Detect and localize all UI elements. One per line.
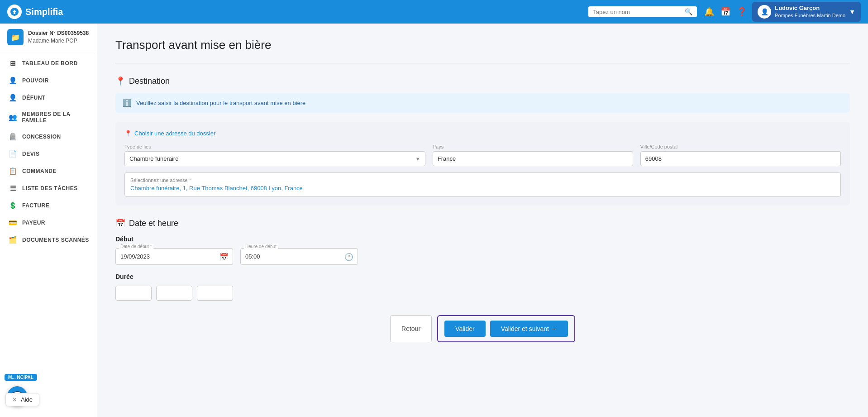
sidebar-item-tableau-de-bord[interactable]: ⊞ TABLEAU DE BORD — [0, 55, 97, 72]
search-box[interactable]: 🔍 — [588, 6, 697, 17]
notification-icon[interactable]: 🔔 — [704, 7, 714, 17]
date-debut-label: Date de début * — [119, 244, 153, 249]
location-form-row: Type de lieu Chambre funéraire ▼ Pays Fr… — [124, 144, 841, 166]
sidebar-item-documents[interactable]: 🗂️ DOCUMENTS SCANNÉS — [0, 231, 97, 249]
app-logo: Simplifia — [7, 5, 588, 19]
sidebar-label: DEVIS — [22, 151, 40, 157]
grave-icon: 🪦 — [9, 133, 18, 141]
address-text: Chambre funéraire, — [130, 185, 183, 192]
destination-header: 📍 Destination — [115, 76, 850, 86]
duree-seconds-input[interactable] — [197, 286, 233, 301]
pays-input[interactable]: France — [433, 151, 633, 166]
search-input[interactable] — [593, 9, 682, 15]
heure-debut-label: Heure de début — [244, 244, 278, 249]
sidebar-label: PAYEUR — [22, 220, 45, 226]
person-outline-icon: 👤 — [9, 94, 18, 102]
sidebar-label: POUVOIR — [22, 77, 49, 84]
sidebar-label: FACTURE — [22, 202, 49, 209]
valider-button[interactable]: Valider — [444, 321, 486, 337]
invoice-icon: 💲 — [9, 201, 18, 210]
calendar-section-icon: 📅 — [115, 218, 125, 228]
logo-icon — [7, 5, 22, 19]
sidebar-item-payeur[interactable]: 💳 PAYEUR — [0, 214, 97, 231]
valider-suivant-button[interactable]: Valider et suivant → — [490, 321, 568, 337]
person-icon: 👤 — [9, 77, 18, 85]
ville-value: 69008 — [645, 155, 662, 162]
calendar-input-icon: 📅 — [219, 252, 229, 261]
address-full-value: Chambre funéraire, 1, Rue Thomas Blanche… — [130, 185, 835, 192]
type-de-lieu-group: Type de lieu Chambre funéraire ▼ — [124, 144, 425, 166]
dossier-name: Madame Marie POP — [28, 37, 89, 45]
date-row: Date de début * 📅 Heure de début 🕐 — [115, 248, 850, 265]
dossier-header: 📁 Dossier N° DS00359538 Madame Marie POP — [0, 24, 97, 51]
dossier-number: Dossier N° DS00359538 — [28, 29, 89, 37]
pays-value: France — [438, 155, 456, 162]
app-name: Simplifia — [25, 7, 63, 17]
destination-section: 📍 Destination ℹ️ Veuillez saisir la dest… — [115, 76, 850, 206]
chevron-icon: ▼ — [415, 156, 420, 162]
info-icon: ℹ️ — [123, 99, 132, 107]
sidebar-nav: ⊞ TABLEAU DE BORD 👤 POUVOIR 👤 DÉFUNT 👥 M… — [0, 51, 97, 417]
retour-button[interactable]: Retour — [390, 315, 432, 342]
sidebar-label: DÉFUNT — [22, 95, 46, 101]
page-title: Transport avant mise en bière — [115, 38, 850, 52]
user-company: Pompes Funèbres Martin Demo — [775, 12, 845, 19]
date-heure-title: Date et heure — [129, 219, 178, 228]
address-select-box[interactable]: Sélectionnez une adresse * Chambre funér… — [124, 173, 841, 197]
sidebar-item-membres[interactable]: 👥 MEMBRES DE LA FAMILLE — [0, 106, 97, 128]
top-navbar: Simplifia 🔍 🔔 📅 ❓ 👤 Ludovic Garçon Pompe… — [0, 0, 868, 24]
heure-debut-group: Heure de début 🕐 — [240, 248, 358, 265]
sidebar-item-commande[interactable]: 📋 COMMANDE — [0, 163, 97, 180]
sidebar-label: LISTE DES TÂCHES — [22, 185, 78, 192]
user-menu[interactable]: 👤 Ludovic Garçon Pompes Funèbres Martin … — [752, 2, 861, 21]
ville-label: Ville/Code postal — [640, 144, 841, 149]
type-de-lieu-select[interactable]: Chambre funéraire ▼ — [124, 151, 425, 166]
pays-group: Pays France — [433, 144, 633, 166]
ville-group: Ville/Code postal 69008 — [640, 144, 841, 166]
bottom-actions: Retour Valider Valider et suivant → — [115, 315, 850, 360]
main-layout: 📁 Dossier N° DS00359538 Madame Marie POP… — [0, 24, 868, 417]
help-icon[interactable]: ❓ — [737, 7, 747, 17]
chat-tooltip: ✕ Aide — [5, 393, 39, 406]
grid-icon: ⊞ — [9, 59, 18, 67]
sidebar-item-devis[interactable]: 📄 DEVIS — [0, 145, 97, 163]
scan-icon: 🗂️ — [9, 236, 18, 244]
tooltip-text: Aide — [21, 396, 33, 403]
date-heure-header: 📅 Date et heure — [115, 218, 850, 228]
avatar-icon: 👤 — [761, 8, 768, 15]
payment-icon: 💳 — [9, 219, 18, 227]
duree-label: Durée — [115, 273, 850, 280]
location-icon: 📍 — [115, 76, 125, 86]
chevron-down-icon: ▼ — [849, 8, 855, 15]
search-icon[interactable]: 🔍 — [685, 8, 692, 15]
sidebar-label: TABLEAU DE BORD — [22, 60, 78, 67]
duree-hours-input[interactable] — [115, 286, 152, 301]
sidebar-item-defunt[interactable]: 👤 DÉFUNT — [0, 89, 97, 106]
close-tooltip-icon[interactable]: ✕ — [12, 396, 17, 403]
sidebar-item-pouvoir[interactable]: 👤 POUVOIR — [0, 72, 97, 89]
user-name: Ludovic Garçon — [775, 5, 845, 12]
address-highlight: 1 — [183, 185, 186, 192]
choose-address-link[interactable]: 📍 Choisir une adresse du dossier — [124, 130, 841, 137]
dossier-info: Dossier N° DS00359538 Madame Marie POP — [28, 29, 89, 45]
sidebar-item-taches[interactable]: ☰ LISTE DES TÂCHES — [0, 180, 97, 197]
document-icon: 📄 — [9, 150, 18, 158]
avatar: 👤 — [758, 5, 771, 19]
list-icon: ☰ — [9, 184, 18, 192]
duree-row — [115, 286, 850, 301]
calendar-icon[interactable]: 📅 — [720, 7, 730, 17]
sidebar-item-concession[interactable]: 🪦 CONCESSION — [0, 128, 97, 145]
ville-input[interactable]: 69008 — [640, 151, 841, 166]
sidebar: 📁 Dossier N° DS00359538 Madame Marie POP… — [0, 24, 97, 417]
clipboard-icon: 📋 — [9, 167, 18, 175]
mprincipal-tag: M... NCIPAL — [5, 374, 37, 381]
heure-debut-input[interactable] — [240, 248, 358, 265]
duree-minutes-input[interactable] — [156, 286, 192, 301]
date-debut-input[interactable] — [115, 248, 233, 265]
type-de-lieu-label: Type de lieu — [124, 144, 425, 149]
destination-title: Destination — [129, 77, 170, 86]
info-text: Veuillez saisir la destination pour le t… — [136, 100, 305, 106]
sidebar-item-facture[interactable]: 💲 FACTURE — [0, 197, 97, 214]
pin-icon: 📍 — [124, 130, 132, 137]
actions-highlighted-box: Valider Valider et suivant → — [437, 315, 575, 342]
